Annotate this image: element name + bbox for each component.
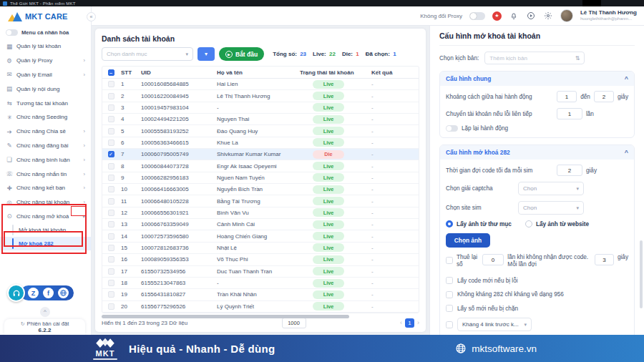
sidebar-subitem[interactable]: Mở khoá 282 [0, 237, 91, 250]
row-checkbox[interactable] [108, 221, 114, 228]
facebook-icon[interactable]: f [43, 288, 54, 298]
sidebar-subitem[interactable]: Mở khoá tài khoản [0, 223, 91, 237]
sidebar-item[interactable]: ⇆Tương tác tài khoản [0, 96, 91, 110]
category-select[interactable]: Chọn danh mục ▾ [102, 47, 193, 61]
table-row[interactable]: 11100066480105228Bằng Tài TrươngLive- [102, 195, 419, 207]
table-row[interactable]: 8100060844073728Engr Ak Isaac OpeyemiLiv… [102, 160, 419, 172]
vertical-scrollbar[interactable] [640, 240, 643, 308]
row-checkbox[interactable] [108, 280, 114, 286]
bell-icon[interactable] [509, 11, 519, 21]
row-checkbox[interactable] [108, 303, 114, 310]
gap-from-input[interactable]: 1 [557, 91, 577, 102]
row-checkbox[interactable] [108, 140, 114, 146]
row-checkbox[interactable] [108, 104, 114, 111]
wait-code-input[interactable]: 2 [557, 165, 582, 176]
play-circle-icon[interactable] [526, 11, 536, 21]
row-checkbox[interactable] [108, 198, 114, 205]
table-row[interactable]: 9100066282956183Nguen Nam TuyếnLive- [102, 172, 419, 184]
row-checkbox[interactable] [108, 163, 114, 170]
table-row[interactable]: 1961556431810827Trần Khải NhânLive- [102, 289, 419, 300]
notification-flag-icon[interactable]: ★ [492, 11, 502, 21]
sidebar-item[interactable]: ◎Chức năng tài khoản› [0, 195, 91, 210]
sidebar-item[interactable]: ➔Chức năng Chia sẻ› [0, 124, 91, 139]
sidebar-item[interactable]: ✳Chức năng Seeding [0, 110, 91, 124]
table-row[interactable]: 1100016085684885Hai LienLive- [102, 79, 419, 90]
user-avatar[interactable] [560, 9, 573, 22]
table-row[interactable]: 1861555213047863-Live- [102, 278, 419, 289]
captcha-select[interactable]: Chọn ▾ [518, 182, 584, 195]
radio-image-folder[interactable] [446, 220, 453, 228]
page-size-select[interactable]: 1000 [282, 318, 306, 328]
row-checkbox[interactable] [108, 93, 114, 99]
row-checkbox[interactable] [108, 233, 114, 240]
table-row[interactable]: 2061556775296526Lý Quỳnh TriếtLive- [102, 301, 419, 313]
switch-account-input[interactable]: 1 [557, 108, 582, 119]
rehire-wait-input[interactable]: 3 [595, 254, 614, 265]
scenario-select[interactable]: Thêm kịch bản ⇅ [484, 52, 585, 64]
row-checkbox[interactable] [108, 256, 114, 263]
row-checkbox[interactable] [108, 128, 114, 134]
row-checkbox[interactable] [108, 210, 114, 216]
row-checkbox[interactable] [108, 186, 114, 192]
option-checkbox[interactable] [446, 277, 453, 284]
option-checkbox[interactable] [446, 291, 453, 298]
row-checkbox[interactable] [108, 291, 114, 298]
table-row[interactable]: 16100089059356353Võ Thục PhiLive- [102, 254, 419, 265]
table-row[interactable]: 14100072573596580Hoàng Chiến GiangLive- [102, 230, 419, 242]
row-checkbox[interactable] [108, 175, 114, 181]
gap-to-input[interactable]: 2 [594, 91, 614, 102]
table-row[interactable]: 12100066556301921Bình Văn VuLive- [102, 207, 419, 219]
option-checkbox[interactable] [446, 305, 453, 312]
option-row[interactable]: Lấy code mới nếu bị lỗi [446, 274, 628, 288]
khang-select[interactable]: Kháng 4 link trước k... ▾ [457, 318, 532, 331]
version-collapse-button[interactable]: ^ [40, 307, 50, 317]
row-checkbox[interactable]: ✓ [108, 151, 114, 157]
sidebar-item[interactable]: ✉Quản lý Email› [0, 68, 91, 82]
row-checkbox[interactable] [108, 245, 114, 251]
zalo-icon[interactable]: Z [28, 288, 39, 298]
table-row[interactable]: 2100016220084945Lê Thị Thanh HươngLive- [102, 90, 419, 102]
website-globe-icon[interactable] [58, 288, 69, 298]
prev-page-button[interactable]: ‹ [400, 319, 402, 326]
table-row[interactable]: 1761550732534956Duc Tuan Thanh TranLive- [102, 266, 419, 278]
support-headset-icon[interactable] [7, 284, 25, 302]
sidebar-collapse-button[interactable]: « [87, 12, 96, 21]
sidebar-item[interactable]: ▦Quản lý tài khoản [0, 39, 91, 54]
proxy-toggle[interactable] [469, 12, 485, 20]
sidebar-item[interactable]: ▤Quản lý nội dung [0, 82, 91, 96]
next-page-button[interactable]: › [417, 319, 419, 326]
window-menu-button[interactable] [582, 0, 601, 6]
sidebar-item[interactable]: ⚙Quản lý Proxy› [0, 54, 91, 68]
table-row[interactable]: 6100056363466615Khue LaLive- [102, 137, 419, 149]
sidebar-item[interactable]: ✎Chức năng đăng bài› [0, 139, 91, 153]
rehire-count-input[interactable]: 0 [482, 254, 504, 265]
khang-checkbox[interactable] [446, 321, 453, 328]
table-row[interactable]: 4100024494221205Nguyen ThaiLive- [102, 114, 419, 125]
sidebar-item[interactable]: ✚Chức năng kết bạn› [0, 181, 91, 195]
table-row[interactable]: 3100019457983104-Live- [102, 102, 419, 114]
repeat-action-toggle[interactable] [446, 125, 458, 132]
row-checkbox[interactable] [108, 268, 114, 275]
table-row[interactable]: 13100066763359049Cảnh Minh CáiLive- [102, 219, 419, 230]
general-section-header[interactable]: Cấu hình chung ^ [440, 72, 634, 86]
sidebar-item[interactable]: ☏Chức năng nhắn tin› [0, 167, 91, 181]
table-row[interactable]: 5100055583193252Đào Quang HuyLive- [102, 125, 419, 137]
choose-image-button[interactable]: Chọn ảnh [446, 233, 490, 248]
option-row[interactable]: Không kháng 282 chỉ kháng về dạng 956 [446, 288, 628, 302]
start-button[interactable]: ▶ Bắt đầu [219, 47, 264, 61]
sidebar-item[interactable]: ❏Chức năng bình luận› [0, 152, 91, 167]
personalize-toggle[interactable] [6, 29, 18, 36]
current-page[interactable]: 1 [405, 318, 414, 328]
radio-image-website[interactable] [525, 220, 532, 228]
sim-site-select[interactable]: Chọn ▾ [518, 201, 584, 215]
rehire-checkbox[interactable] [446, 257, 453, 264]
apply-category-button[interactable]: ▾ [197, 47, 215, 61]
option-row[interactable]: Lấy số mới nếu bị chặn [446, 302, 628, 316]
sidebar-item[interactable]: ⊙Chức năng mở khoá▾ [0, 210, 91, 224]
unlock-282-section-header[interactable]: Cấu hình mở khoá 282 ^ [440, 145, 634, 160]
table-row[interactable]: 15100072812683736Nhật LệLive- [102, 243, 419, 254]
row-checkbox[interactable] [108, 81, 114, 87]
select-all-checkbox[interactable]: – [108, 69, 114, 76]
table-row[interactable]: ✓7100060795005749Shivkumar Kumar KumarDi… [102, 149, 419, 160]
gear-icon[interactable] [543, 11, 553, 21]
